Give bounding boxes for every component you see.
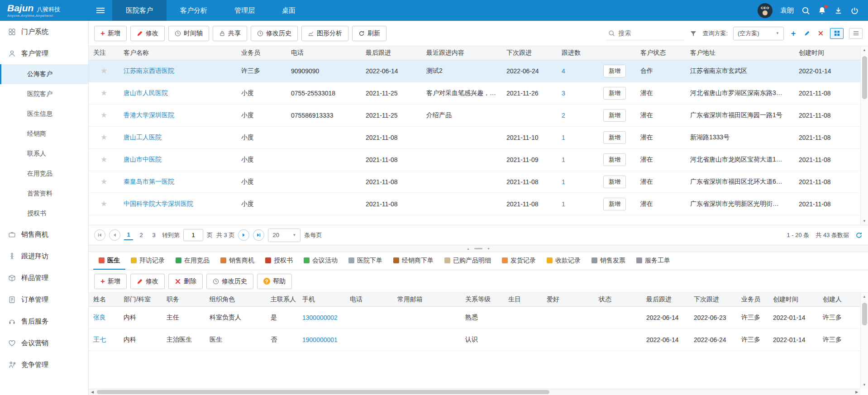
row-add-followup-button[interactable]: 新增: [603, 153, 626, 166]
col-phone[interactable]: 电话: [286, 46, 361, 60]
download-icon[interactable]: [834, 6, 843, 15]
col-org-role[interactable]: 组织角色: [205, 293, 266, 306]
add-button[interactable]: + 新增: [94, 26, 127, 41]
avatar[interactable]: CEO: [758, 3, 773, 18]
tab-hospital-orders[interactable]: 医院下单: [343, 252, 388, 270]
doctor-edit-button[interactable]: 修改: [130, 274, 165, 289]
power-logout-icon[interactable]: [850, 6, 859, 15]
table-row[interactable]: ★ 江苏南京西语医院 许三多 90909090 2022-06-14 测试2 2…: [89, 60, 860, 82]
col-customer-address[interactable]: 客户地址: [686, 46, 794, 60]
tab-sales-invoices[interactable]: 销售发票: [586, 252, 631, 270]
sidebar-subitem-authorization[interactable]: 授权书: [0, 204, 88, 224]
scrollbar-thumb[interactable]: [862, 56, 867, 99]
tab-competing-products[interactable]: 在用竞品: [170, 252, 215, 270]
add-plan-icon[interactable]: +: [789, 29, 797, 38]
page-number-1[interactable]: 1: [124, 230, 133, 240]
sidebar-item-sample-mgmt[interactable]: 样品管理: [0, 267, 88, 289]
col-salesperson[interactable]: 业务员: [237, 46, 286, 60]
edit-plan-icon[interactable]: [803, 29, 811, 38]
mobile-link[interactable]: 1900000001: [302, 336, 338, 343]
doctor-name-link[interactable]: 王七: [93, 336, 106, 343]
help-button[interactable]: ? 帮助: [257, 274, 292, 289]
page-size-select[interactable]: 20 ▼: [268, 228, 300, 242]
tab-conference-activities[interactable]: 会议活动: [298, 252, 343, 270]
scroll-up-icon[interactable]: ▲: [861, 293, 868, 300]
tab-payment-records[interactable]: 收款记录: [541, 252, 586, 270]
sidebar-item-conference-marketing[interactable]: 会议营销: [0, 332, 88, 354]
share-button[interactable]: 共享: [213, 26, 247, 41]
col-last-followup-content[interactable]: 最近跟进内容: [422, 46, 502, 60]
col-customer-name[interactable]: 客户名称: [119, 46, 237, 60]
col-creator[interactable]: 创建人: [818, 293, 860, 306]
tab-authorization[interactable]: 授权书: [260, 252, 298, 270]
scrollbar-thumb[interactable]: [97, 390, 549, 394]
sidebar-item-portal[interactable]: 门户系统: [0, 21, 88, 43]
topnav-tab-management[interactable]: 管理层: [221, 0, 268, 21]
col-followup-count[interactable]: 跟进数: [557, 46, 599, 60]
chart-analysis-button[interactable]: 图形分析: [301, 26, 348, 41]
table-row[interactable]: ★ 香港大学深圳医院 小度 075586913333 2021-11-25 介绍…: [89, 104, 860, 126]
sidebar-subitem-competing-products[interactable]: 在用竞品: [0, 164, 88, 184]
followup-count-link[interactable]: 2: [562, 112, 565, 119]
col-mobile[interactable]: 手机: [298, 293, 345, 306]
customer-name-link[interactable]: 唐山市中医院: [124, 156, 162, 163]
col-birthday[interactable]: 生日: [504, 293, 542, 306]
sidebar-item-customer-mgmt[interactable]: 客户管理: [0, 43, 88, 64]
customer-name-link[interactable]: 唐山工人医院: [124, 133, 162, 141]
tab-shipping-records[interactable]: 发货记录: [496, 252, 541, 270]
customer-name-link[interactable]: 香港大学深圳医院: [124, 111, 174, 119]
row-add-followup-button[interactable]: 新增: [603, 65, 626, 77]
scroll-left-icon[interactable]: ◀: [89, 390, 96, 394]
collapse-up-icon[interactable]: ▲: [467, 247, 470, 250]
grid-view-toggle[interactable]: [830, 28, 844, 39]
delete-plan-icon[interactable]: [816, 29, 825, 38]
page-input[interactable]: [183, 229, 203, 241]
menu-toggle-icon[interactable]: [89, 0, 112, 21]
followup-count-link[interactable]: 3: [562, 90, 565, 97]
sidebar-item-after-sales-service[interactable]: 售后服务: [0, 310, 88, 332]
scroll-right-icon[interactable]: ▶: [853, 390, 860, 394]
col-primary-contact[interactable]: 主联系人: [266, 293, 298, 306]
star-icon[interactable]: ★: [89, 82, 119, 104]
prev-page-button[interactable]: [109, 229, 120, 241]
list-view-toggle[interactable]: [849, 28, 863, 39]
sidebar-item-order-mgmt[interactable]: 订单管理: [0, 289, 88, 310]
col-department[interactable]: 部门/科室: [119, 293, 162, 306]
followup-count-link[interactable]: 1: [562, 178, 565, 186]
panel-splitter[interactable]: ▲ ▼: [89, 245, 868, 252]
followup-count-link[interactable]: 1: [562, 134, 565, 141]
collapse-down-icon[interactable]: ▼: [487, 247, 490, 250]
col-relation-level[interactable]: 关系等级: [461, 293, 504, 306]
star-icon[interactable]: ★: [89, 193, 119, 215]
notifications-bell-icon[interactable]: [818, 6, 826, 15]
col-salesperson[interactable]: 业务员: [737, 293, 768, 306]
tab-doctors[interactable]: 医生: [93, 252, 125, 270]
page-number-3[interactable]: 3: [149, 230, 158, 240]
sidebar-item-followup-visits[interactable]: 跟进拜访: [0, 245, 88, 267]
star-icon[interactable]: ★: [89, 60, 119, 82]
star-icon[interactable]: ★: [89, 148, 119, 171]
sidebar-subitem-doctor-info[interactable]: 医生信息: [0, 104, 88, 124]
table-row[interactable]: ★ 中国科学院大学深圳医院 小度 2021-11-08 2021-11-08 1…: [89, 193, 860, 215]
query-plan-select[interactable]: (空方案) ▼: [733, 27, 784, 40]
refresh-grid-icon[interactable]: [855, 232, 863, 239]
row-add-followup-button[interactable]: 新增: [603, 198, 626, 210]
sidebar-item-sales-opportunities[interactable]: 销售商机: [0, 224, 88, 245]
customer-name-link[interactable]: 江苏南京西语医院: [124, 67, 174, 74]
col-next-followup[interactable]: 下次跟进: [689, 293, 737, 306]
mobile-link[interactable]: 1300000002: [302, 314, 338, 321]
splitter-handle[interactable]: [474, 248, 482, 249]
col-customer-status[interactable]: 客户状态: [636, 46, 686, 60]
page-number-2[interactable]: 2: [137, 230, 146, 240]
edit-button[interactable]: 修改: [130, 26, 165, 41]
sidebar-subitem-public-customers[interactable]: 公海客户: [0, 64, 88, 84]
scroll-down-icon[interactable]: ▼: [861, 381, 868, 389]
customer-name-link[interactable]: 秦皇岛市第一医院: [124, 178, 174, 185]
table-row[interactable]: 王七 内科 主治医生 医生 否 1900000001 认识: [89, 328, 860, 351]
star-icon[interactable]: ★: [89, 126, 119, 148]
refresh-button[interactable]: 刷新: [352, 26, 386, 41]
col-next-followup[interactable]: 下次跟进: [502, 46, 557, 60]
table-row[interactable]: ★ 唐山工人医院 小度 2021-11-08 2021-11-10 1 新增 潜…: [89, 126, 860, 148]
topnav-tab-customer-analysis[interactable]: 客户分析: [167, 0, 221, 21]
doctor-edit-history-button[interactable]: 修改历史: [206, 274, 253, 289]
